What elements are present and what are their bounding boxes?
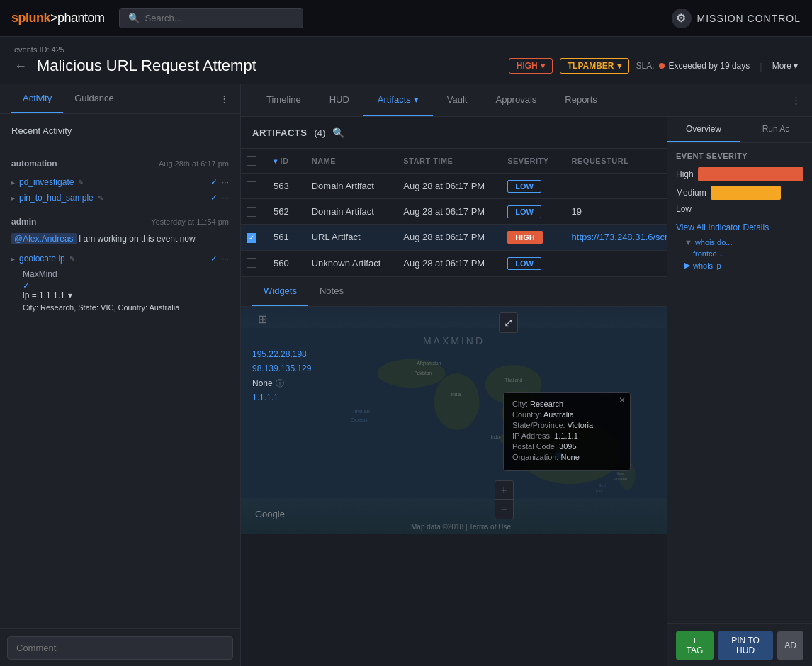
whois-item-3[interactable]: ▶ whois ip — [684, 261, 795, 270]
page-header: events ID: 425 ← Malicious URL Request A… — [0, 37, 812, 84]
row-id-3: 561 — [262, 225, 300, 251]
table-header-row: ▾ ID NAME START TIME SEVERITY REQUESTURL… — [241, 149, 667, 174]
svg-text:Indo-: Indo- — [491, 434, 502, 439]
row-url-3[interactable]: https://173.248.31.6/scrol3.zip ▾ — [560, 225, 667, 251]
chevron-down-icon-ip: ▾ — [68, 290, 72, 300]
severity-medium-label: Medium — [676, 188, 706, 198]
edit-icon-pin: ✎ — [98, 194, 103, 202]
admin-header: admin Yesterday at 11:54 pm — [11, 217, 229, 227]
tab-timeline[interactable]: Timeline — [252, 84, 315, 116]
row-id-2: 562 — [262, 199, 300, 225]
ip-item-4[interactable]: 1.1.1.1 — [252, 393, 311, 402]
whois-item-1[interactable]: ▼ whois do... — [684, 238, 795, 247]
map-expand-button[interactable]: ⤢ — [499, 312, 518, 333]
automation-label: automation — [11, 159, 57, 169]
pin-to-hud-button[interactable]: PIN TO HUD — [718, 631, 774, 660]
row-name-1: Domain Artifact — [300, 174, 393, 199]
artifacts-table-container: ▾ ID NAME START TIME SEVERITY REQUESTURL… — [241, 149, 667, 276]
svg-text:Pakistan: Pakistan — [414, 370, 432, 375]
side-panel: Overview Run Ac EVENT SEVERITY High Medi… — [667, 117, 812, 666]
panel-tab-runac[interactable]: Run Ac — [740, 117, 812, 142]
row-checkbox-4[interactable] — [241, 250, 262, 276]
bottom-tab-widgets[interactable]: Widgets — [252, 277, 308, 306]
map-zoom-controls: + − — [495, 480, 514, 519]
select-all-checkbox[interactable] — [247, 156, 256, 166]
tab-hud[interactable]: HUD — [315, 84, 363, 116]
admin-time: Yesterday at 11:54 pm — [151, 218, 229, 226]
tab-artifacts[interactable]: Artifacts ▾ — [363, 84, 433, 116]
tooltip-ip: IP Address: 1.1.1.1 — [512, 431, 621, 440]
geo-ip: ip = 1.1.1.1 ▾ — [23, 290, 229, 300]
task-check-pin: ✓ — [210, 193, 218, 203]
table-row: 563 Domain Artifact Aug 28 at 06:17 PM L… — [241, 174, 667, 199]
row-checkbox-3[interactable]: ✓ — [241, 225, 262, 251]
geolocate-sub: MaxMind ✓ ip = 1.1.1.1 ▾ City: Research,… — [11, 269, 229, 312]
task-dots-pin[interactable]: ··· — [222, 193, 229, 203]
whois-chevron-1: ▼ — [684, 238, 692, 247]
view-all-indicator-link[interactable]: View All Indicator Details — [676, 222, 803, 232]
ip-item-2[interactable]: 98.139.135.129 — [252, 363, 311, 373]
row-id-4: 560 — [262, 250, 300, 276]
zoom-in-button[interactable]: + — [495, 481, 513, 500]
geolocate-check: ✓ — [210, 254, 218, 264]
mention-tag[interactable]: @Alex.Andreas — [11, 233, 77, 244]
row-severity-2: LOW — [496, 199, 560, 225]
tooltip-close-icon[interactable]: ✕ — [619, 395, 626, 405]
artifacts-and-panel: ARTIFACTS (4) 🔍 — [241, 117, 812, 666]
panel-tab-overview[interactable]: Overview — [667, 117, 740, 142]
more-button[interactable]: More ▾ — [772, 61, 798, 71]
svg-text:Ocean: Ocean — [351, 417, 368, 423]
chevron-down-icon: ▾ — [541, 61, 545, 71]
task-name-pin[interactable]: pin_to_hud_sample — [19, 193, 94, 203]
high-badge[interactable]: HIGH ▾ — [509, 58, 553, 74]
tag-button[interactable]: + TAG — [676, 631, 714, 660]
tab-vault[interactable]: Vault — [433, 84, 482, 116]
artifacts-search-icon[interactable]: 🔍 — [332, 127, 344, 138]
row-time-4: Aug 28 at 06:17 PM — [392, 250, 496, 276]
maxmind-check: ✓ — [23, 281, 229, 290]
geolocate-name[interactable]: geolocate ip — [19, 254, 65, 264]
tab-reports[interactable]: Reports — [551, 84, 611, 116]
table-row: 560 Unknown Artifact Aug 28 at 06:17 PM … — [241, 250, 667, 276]
sidebar-more-icon[interactable]: ⋮ — [220, 84, 229, 113]
severity-high-label: High — [676, 169, 694, 179]
sidebar-tab-activity[interactable]: Activity — [11, 84, 63, 113]
ip-item-1[interactable]: 195.22.28.198 — [252, 349, 311, 359]
map-grid-icon[interactable]: ⊞ — [252, 307, 273, 332]
mission-control: ⚙ MISSION CONTROL — [672, 9, 801, 28]
th-id[interactable]: ▾ ID — [262, 149, 300, 174]
map-tooltip: ✕ City: Research Country: Australia Stat… — [503, 392, 631, 471]
row-checkbox-2[interactable] — [241, 199, 262, 225]
artifacts-table-area: ARTIFACTS (4) 🔍 — [241, 117, 667, 666]
sidebar-tabs: Activity Guidance ⋮ — [0, 84, 240, 114]
map-container: Afghanistan Pakistan India Thailand Indo… — [241, 307, 667, 534]
chevron-down-icon-more: ▾ — [794, 61, 798, 71]
back-button[interactable]: ← — [14, 59, 27, 74]
tlp-badge[interactable]: TLPAMBER ▾ — [560, 58, 629, 74]
mission-control-icon: ⚙ — [672, 9, 692, 28]
add-button[interactable]: AD — [777, 631, 803, 660]
whois-chevron-3: ▶ — [684, 261, 690, 270]
zoom-out-button[interactable]: − — [495, 500, 513, 519]
row-checkbox-1[interactable] — [241, 174, 262, 199]
search-box[interactable]: 🔍 — [119, 8, 303, 28]
content-area: Timeline HUD Artifacts ▾ Vault Approvals… — [241, 84, 812, 666]
search-input[interactable] — [145, 13, 287, 23]
chevron-down-icon-tlp: ▾ — [617, 61, 621, 71]
whois-sub-item[interactable]: frontco... — [684, 249, 795, 258]
tab-more-icon[interactable]: ⋮ — [791, 85, 801, 115]
severity-bar-medium — [711, 186, 781, 200]
map-area: Afghanistan Pakistan India Thailand Indo… — [241, 307, 667, 534]
panel-tabs: Overview Run Ac — [667, 117, 812, 143]
tab-approvals[interactable]: Approvals — [481, 84, 551, 116]
sidebar-tab-guidance[interactable]: Guidance — [63, 84, 125, 113]
th-severity: SEVERITY — [496, 149, 560, 174]
task-pin-hud: ▸ pin_to_hud_sample ✎ ✓ ··· — [11, 190, 229, 205]
task-name-pd[interactable]: pd_investigate — [19, 177, 74, 187]
maxmind-label: MaxMind — [23, 269, 229, 279]
events-id: events ID: 425 — [14, 45, 798, 54]
task-dots-pd[interactable]: ··· — [222, 177, 229, 187]
bottom-tab-notes[interactable]: Notes — [308, 277, 355, 306]
comment-input[interactable] — [7, 636, 233, 660]
geolocate-dots[interactable]: ··· — [222, 254, 229, 264]
